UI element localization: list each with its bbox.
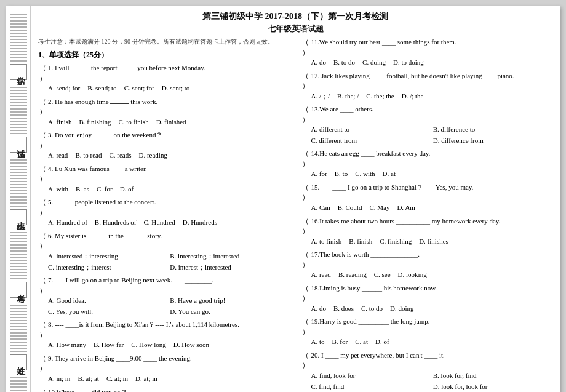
q11-paren: （ ） — [301, 37, 310, 57]
q4-options: A. with B. as C. for D. of — [48, 184, 290, 195]
q20-opt-b: B. look for, find — [433, 370, 552, 382]
q2-opt-b: B. finishing — [79, 117, 111, 128]
q15-opt-a: A. Can — [311, 202, 330, 214]
q2-options: A. finish B. finishing C. to finish D. f… — [48, 117, 290, 128]
q3-paren: （ ） — [38, 130, 47, 150]
q16-opt-d: D. finishes — [419, 236, 448, 247]
q7-opt-c: C. Yes, you will. — [48, 306, 167, 318]
q4-text: 4. Lu Xun was famous ____a writer. — [48, 164, 290, 174]
q6-text: 6. My sister is ______in the ______ stor… — [48, 231, 290, 241]
q20-paren: （ ） — [301, 350, 310, 370]
q16-paren: （ ） — [301, 216, 310, 236]
q20-opt-d: D. look for, look for — [433, 382, 552, 392]
q4-opt-d: D. of — [120, 184, 134, 195]
q18-text: 18.Liming is busy ______ his homework no… — [311, 283, 553, 294]
q9-stem: （ ） 9. They arrive in Beijing ____9:00 _… — [38, 353, 290, 374]
q5-opt-c: C. Hundred — [143, 217, 175, 228]
exam-page: 学校 试场 班级 考号 姓名 第三铺初级中学 2017-2018（下）第一次月考… — [6, 6, 560, 392]
q12-paren: （ ） — [301, 71, 310, 91]
sidebar-label-examno: 考号 — [10, 282, 27, 298]
q19-options: A. to B. for C. at D. of — [311, 337, 553, 348]
q10-stem: （ ） 10.Where ____ did you go？ — [38, 387, 290, 392]
q6-stem: （ ） 6. My sister is ______in the ______ … — [38, 231, 290, 251]
q20-text: 20. I ____ my pet everywhere, but I can'… — [311, 350, 553, 361]
q4-paren: （ ） — [38, 164, 47, 184]
sidebar: 学校 试场 班级 考号 姓名 — [6, 6, 31, 392]
question-15: （ ） 15.----- ____ I go on a trip to Shan… — [301, 182, 553, 214]
q11-opt-c: C. doing — [362, 57, 386, 68]
q2-opt-d: D. finished — [156, 117, 186, 128]
q11-opt-a: A. do — [311, 57, 326, 68]
q19-text: 19.Harry is good _________ the long jump… — [311, 316, 553, 327]
q7-paren: （ ） — [38, 275, 47, 295]
q18-stem: （ ） 18.Liming is busy ______ his homewor… — [301, 283, 553, 303]
q14-text: 14.He eats an egg ____ breakfast every d… — [311, 148, 553, 159]
q10-paren: （ ） — [38, 387, 47, 392]
q19-opt-b: B. for — [332, 337, 348, 348]
q20-opt-a: A. find, look for — [311, 370, 431, 382]
question-20: （ ） 20. I ____ my pet everywhere, but I … — [301, 350, 553, 392]
q17-options: A. read B. reading C. see D. looking — [311, 270, 553, 281]
q7-options: A. Good idea. B. Have a good trip! C. Ye… — [48, 295, 290, 317]
right-panel: （ ） 11.We should try our best ____ some … — [295, 37, 553, 392]
q20-stem: （ ） 20. I ____ my pet everywhere, but I … — [301, 350, 553, 370]
q17-opt-a: A. read — [311, 270, 331, 281]
question-16: （ ） 16.It takes me about two hours _____… — [301, 216, 553, 247]
q15-opt-c: C. May — [369, 202, 389, 214]
q15-options: A. Can B. Could C. May D. Am — [311, 202, 553, 214]
q13-paren: （ ） — [301, 104, 310, 124]
question-6: （ ） 6. My sister is ______in the ______ … — [38, 231, 290, 273]
sidebar-label-name: 姓名 — [10, 354, 27, 370]
q8-paren: （ ） — [38, 319, 47, 340]
q1-opt-a: A. send; for — [48, 83, 80, 94]
q18-opt-c: C. to do — [361, 303, 383, 314]
q5-opt-b: B. Hundreds of — [95, 217, 137, 228]
question-19: （ ） 19.Harry is good _________ the long … — [301, 316, 553, 348]
q15-opt-b: B. Could — [338, 202, 362, 214]
q18-paren: （ ） — [301, 283, 310, 303]
q15-opt-d: D. Am — [397, 202, 415, 214]
q6-options: A. interested；interesting B. interesting… — [48, 251, 290, 273]
q12-stem: （ ） 12. Jack likes playing ____ football… — [301, 71, 553, 91]
q6-opt-a: A. interested；interesting — [48, 251, 167, 262]
q15-text: 15.----- ____ I go on a trip to Shanghai… — [311, 182, 553, 193]
q18-opt-a: A. do — [311, 303, 326, 314]
q20-opt-c: C. find, find — [311, 382, 431, 392]
q2-stem: （ ） 2. He has enough time this work. — [38, 97, 290, 117]
q13-opt-a: A. different to — [311, 124, 431, 135]
q8-stem: （ ） 8. ---- ____is it from Beijing to Xi… — [38, 319, 290, 340]
q1-opt-d: D. sent; to — [162, 83, 190, 94]
q16-text: 16.It takes me about two hours _________… — [311, 216, 553, 226]
q12-text: 12. Jack likes playing ____ football, bu… — [311, 71, 553, 81]
q13-options: A. different to B. difference to C. diff… — [311, 124, 553, 146]
q5-opt-a: A. Hundred of — [48, 217, 87, 228]
q7-opt-d: D. You can go. — [170, 306, 289, 318]
sidebar-label-venue: 试场 — [10, 137, 27, 153]
sidebar-label-school: 学校 — [10, 64, 27, 80]
q11-opt-d: D. to doing — [393, 57, 424, 68]
sidebar-stripes-2 — [10, 158, 27, 207]
q13-stem: （ ） 13.We are ____ others. — [301, 104, 553, 124]
q17-opt-b: B. reading — [338, 270, 367, 281]
q19-opt-c: C. at — [355, 337, 368, 348]
q4-opt-c: C. for — [97, 184, 113, 195]
q12-opt-b: B. the; / — [337, 91, 359, 102]
q1-paren: （ ） — [38, 63, 47, 83]
sub-title: 七年级英语试题 — [38, 23, 552, 34]
q3-options: A. read B. to read C. reads D. reading — [48, 150, 290, 161]
q18-options: A. do B. does C. to do D. doing — [311, 303, 553, 314]
q19-opt-a: A. to — [311, 337, 325, 348]
q14-options: A. for B. to C. with D. at — [311, 169, 553, 180]
q14-opt-d: D. at — [383, 169, 396, 180]
q17-opt-c: C. see — [374, 270, 391, 281]
q3-opt-b: B. to read — [75, 150, 102, 161]
q14-stem: （ ） 14.He eats an egg ____ breakfast eve… — [301, 148, 553, 169]
q14-opt-c: C. with — [355, 169, 375, 180]
q11-options: A. do B. to do C. doing D. to doing — [311, 57, 553, 68]
q4-opt-a: A. with — [48, 184, 68, 195]
q5-paren: （ ） — [38, 197, 47, 217]
main-body: 考生注意：本试题满分 120 分，90 分钟完卷。所有试题均在答题卡上作答，否则… — [38, 37, 552, 392]
q1-options: A. send; for B. send; to C. sent; for D.… — [48, 83, 290, 94]
q19-stem: （ ） 19.Harry is good _________ the long … — [301, 316, 553, 337]
q13-opt-d: D. difference from — [433, 135, 552, 146]
